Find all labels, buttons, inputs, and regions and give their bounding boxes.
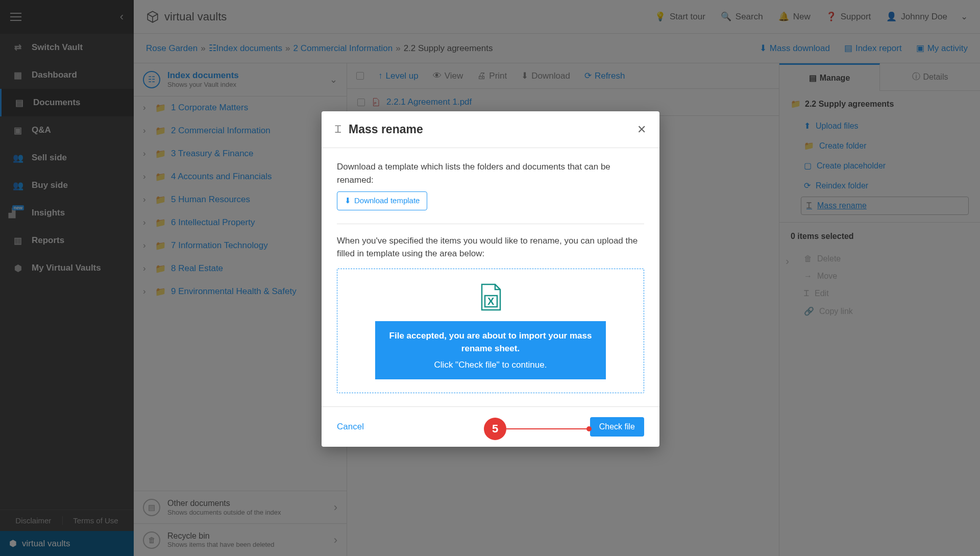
mass-rename-modal: Ꮖ Mass rename ✕ Download a template whic… [322, 111, 659, 447]
check-file-button[interactable]: Check file [590, 417, 644, 437]
text-cursor-icon: Ꮖ [335, 124, 341, 135]
download-icon: ⬇ [345, 195, 351, 207]
modal-body: Download a template which lists the fold… [322, 148, 659, 406]
accepted-line-2: Click "Check file" to continue. [387, 358, 594, 372]
excel-file-icon: X [478, 282, 503, 312]
svg-text:X: X [487, 296, 495, 307]
close-icon[interactable]: ✕ [637, 123, 646, 136]
modal-header: Ꮖ Mass rename ✕ [322, 111, 659, 148]
callout-line [506, 428, 591, 429]
modal-title: Mass rename [349, 123, 423, 136]
divider [337, 224, 644, 224]
modal-desc-1: Download a template which lists the fold… [337, 160, 644, 186]
modal-desc-2: When you've specified the items you woul… [337, 234, 644, 260]
download-template-button[interactable]: ⬇ Download template [337, 191, 427, 210]
annotation-step-5: 5 [484, 418, 591, 440]
file-accepted-message: File accepted, you are about to import y… [375, 321, 606, 380]
accepted-line-1: File accepted, you are about to import y… [389, 331, 592, 354]
step-bubble: 5 [484, 418, 506, 440]
cancel-button[interactable]: Cancel [337, 422, 364, 432]
upload-dropzone[interactable]: X File accepted, you are about to import… [337, 269, 644, 394]
